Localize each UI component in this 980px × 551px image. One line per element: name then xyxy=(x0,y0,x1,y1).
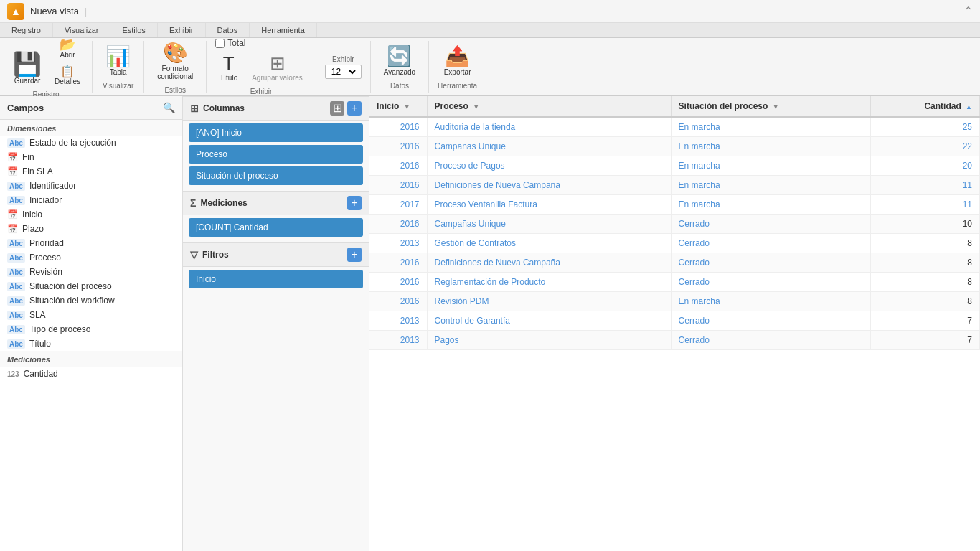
titulo-button[interactable]: T Título xyxy=(215,51,242,85)
cell-proceso[interactable]: Definiciones de Nueva Campaña xyxy=(427,176,671,195)
filtros-section: ▽ Filtros + Inicio xyxy=(183,242,369,288)
sidebar-item-plazo[interactable]: 📅 Plazo xyxy=(0,222,182,236)
cell-proceso[interactable]: Control de Garantía xyxy=(427,311,671,331)
columna-item-ano-inicio[interactable]: [AÑO] Inicio xyxy=(189,123,363,142)
tabla-button[interactable]: 📊 Tabla xyxy=(101,44,135,79)
mediciones-title: Σ Mediciones xyxy=(190,197,248,209)
total-label: Total xyxy=(227,38,245,48)
mediciones-add-btn[interactable]: + xyxy=(347,196,362,210)
sidebar-item-titulo[interactable]: Abc Título xyxy=(0,336,182,351)
cell-situacion[interactable]: En marcha xyxy=(671,137,871,156)
cell-inicio: 2016 xyxy=(369,117,427,137)
search-icon[interactable]: 🔍 xyxy=(163,102,175,113)
exhibir-select[interactable]: 12 25 50 100 xyxy=(325,65,362,79)
columnas-layout-btn[interactable]: ⊞ xyxy=(330,101,344,116)
cell-inicio: 2013 xyxy=(369,234,427,253)
header-inicio[interactable]: Inicio ▼ xyxy=(369,96,427,117)
filtros-add-btn[interactable]: + xyxy=(347,248,362,262)
cell-situacion[interactable]: Cerrado xyxy=(671,253,871,273)
ribbon-group-visualizar: 📊 Tabla Visualizar xyxy=(93,41,144,93)
abc-icon: Abc xyxy=(7,138,25,148)
tab-exhibir[interactable]: Exhibir xyxy=(158,23,206,37)
columna-item-proceso[interactable]: Proceso xyxy=(189,145,363,164)
table-row: 2016Definiciones de Nueva CampañaEn marc… xyxy=(369,176,980,195)
filtro-item-inicio[interactable]: Inicio xyxy=(189,270,363,288)
table-row: 2016Revisión PDMEn marcha8 xyxy=(369,292,980,311)
cell-cantidad: 8 xyxy=(871,234,980,253)
cell-proceso[interactable]: Reglamentación de Producto xyxy=(427,273,671,292)
title-separator: | xyxy=(85,6,87,17)
ribbon-group-estilos: 🎨 Formatocondicional Estilos xyxy=(144,41,207,93)
cell-inicio: 2016 xyxy=(369,273,427,292)
sidebar-item-inicio[interactable]: 📅 Inicio xyxy=(0,207,182,222)
cell-proceso[interactable]: Pagos xyxy=(427,331,671,350)
data-panel: Inicio ▼ Proceso ▼ Situación del proceso… xyxy=(369,96,980,551)
avanzado-button[interactable]: 🔄 Avanzado xyxy=(380,44,420,79)
medicion-item-count[interactable]: [COUNT] Cantidad xyxy=(189,218,363,237)
details-button[interactable]: 📋 Detalles xyxy=(52,64,83,88)
sort-cantidad-icon: ▲ xyxy=(966,103,972,110)
cell-situacion[interactable]: En marcha xyxy=(671,292,871,311)
sidebar-item-cantidad[interactable]: 123 Cantidad xyxy=(0,367,182,381)
sidebar-item-situacion-workflow[interactable]: Abc Situación del workflow xyxy=(0,293,182,308)
cell-proceso[interactable]: Gestión de Contratos xyxy=(427,234,671,253)
cell-proceso[interactable]: Proceso de Pagos xyxy=(427,156,671,176)
header-situacion[interactable]: Situación del proceso ▼ xyxy=(671,96,871,117)
filtros-title: ▽ Filtros xyxy=(190,249,229,260)
abc-icon: Abc xyxy=(7,268,25,277)
cell-proceso[interactable]: Campañas Unique xyxy=(427,137,671,156)
table-row: 2016Campañas UniqueCerrado10 xyxy=(369,215,980,234)
table-row: 2013Gestión de ContratosCerrado8 xyxy=(369,234,980,253)
sidebar-item-prioridad[interactable]: Abc Prioridad xyxy=(0,236,182,250)
cell-proceso[interactable]: Campañas Unique xyxy=(427,215,671,234)
tab-estilos[interactable]: Estilos xyxy=(110,23,157,37)
open-button[interactable]: 📂 Abrir xyxy=(52,36,83,61)
sidebar-item-situacion-proceso[interactable]: Abc Situación del proceso xyxy=(0,279,182,293)
header-proceso[interactable]: Proceso ▼ xyxy=(427,96,671,117)
cell-proceso[interactable]: Proceso Ventanilla Factura xyxy=(427,195,671,215)
exportar-button[interactable]: 📤 Exportar xyxy=(440,44,476,79)
cell-cantidad: 25 xyxy=(871,117,980,137)
exportar-icon: 📤 xyxy=(445,47,470,67)
sidebar-item-finsla[interactable]: 📅 Fin SLA xyxy=(0,164,182,179)
cell-situacion[interactable]: Cerrado xyxy=(671,331,871,350)
cell-proceso[interactable]: Definiciones de Nueva Campaña xyxy=(427,253,671,273)
sidebar-item-identificador[interactable]: Abc Identificador xyxy=(0,179,182,193)
save-label: Guardar xyxy=(14,77,41,85)
cell-situacion[interactable]: En marcha xyxy=(671,195,871,215)
header-cantidad[interactable]: Cantidad ▲ xyxy=(871,96,980,117)
total-checkbox-input[interactable] xyxy=(215,39,225,48)
sidebar-item-revision[interactable]: Abc Revisión xyxy=(0,265,182,279)
sidebar-item-proceso[interactable]: Abc Proceso xyxy=(0,250,182,265)
ribbon-group-datos-exhibir: Exhibir 12 25 50 100 xyxy=(316,41,371,93)
columnas-add-btn[interactable]: + xyxy=(347,101,362,116)
columna-item-situacion[interactable]: Situación del proceso xyxy=(189,166,363,185)
cell-proceso[interactable]: Revisión PDM xyxy=(427,292,671,311)
formato-label: Formatocondicional xyxy=(157,65,193,80)
abc-icon: Abc xyxy=(7,253,25,263)
cell-situacion[interactable]: Cerrado xyxy=(671,215,871,234)
cell-situacion[interactable]: En marcha xyxy=(671,117,871,137)
title-chevron-icon[interactable]: ⌃ xyxy=(963,4,973,18)
ribbon-group-datos: 🔄 Avanzado Datos xyxy=(371,41,429,93)
cell-situacion[interactable]: En marcha xyxy=(671,156,871,176)
table-row: 2016Proceso de PagosEn marcha20 xyxy=(369,156,980,176)
tab-datos[interactable]: Datos xyxy=(206,23,250,37)
cell-situacion[interactable]: Cerrado xyxy=(671,273,871,292)
sidebar-item-tipo-proceso[interactable]: Abc Tipo de proceso xyxy=(0,322,182,336)
cell-situacion[interactable]: En marcha xyxy=(671,176,871,195)
total-checkbox[interactable]: Total xyxy=(215,38,307,48)
sidebar-item-estado[interactable]: Abc Estado de la ejecución xyxy=(0,136,182,150)
sidebar-item-fin[interactable]: 📅 Fin xyxy=(0,150,182,164)
cell-situacion[interactable]: Cerrado xyxy=(671,234,871,253)
exhibir-count-select[interactable]: 12 25 50 100 xyxy=(329,66,358,77)
tabla-icon: 📊 xyxy=(105,47,131,67)
sidebar-item-iniciador[interactable]: Abc Iniciador xyxy=(0,193,182,207)
cell-situacion[interactable]: Cerrado xyxy=(671,311,871,331)
save-button[interactable]: 💾 Guardar xyxy=(9,50,46,88)
sidebar-item-sla[interactable]: Abc SLA xyxy=(0,308,182,322)
formato-condicional-button[interactable]: 🎨 Formatocondicional xyxy=(153,40,197,83)
agrupar-valores-button[interactable]: ⊞ Agrupar valores xyxy=(248,51,307,85)
tab-herramienta[interactable]: Herramienta xyxy=(250,23,317,37)
cell-proceso[interactable]: Auditoria de la tienda xyxy=(427,117,671,137)
